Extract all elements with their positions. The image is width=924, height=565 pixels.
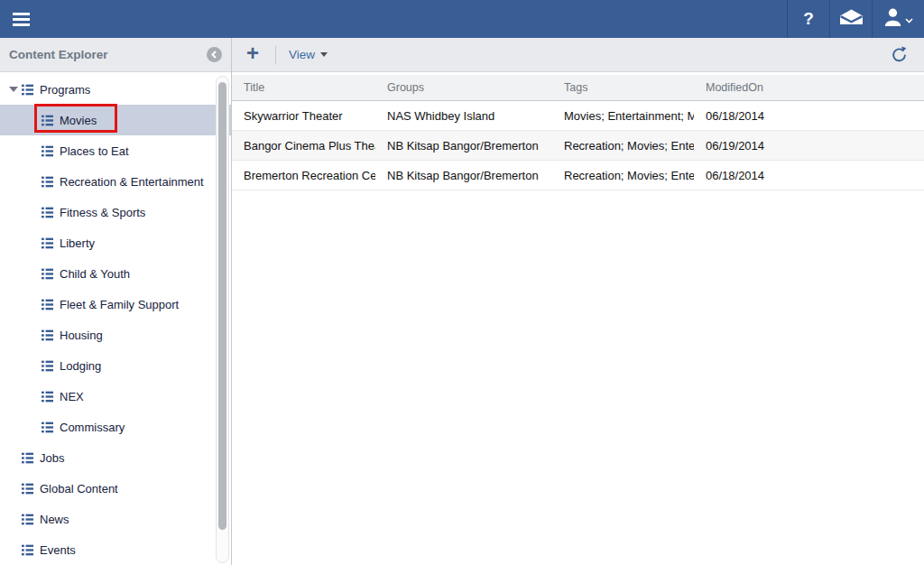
toolbar-separator [275, 46, 276, 64]
mail-button[interactable] [829, 0, 872, 38]
main-toolbar: + View [232, 38, 924, 72]
content-explorer-panel: Content Explorer Programs Movies [0, 38, 232, 565]
tree-item-nex[interactable]: NEX [0, 381, 231, 412]
help-button[interactable]: ? [787, 0, 829, 38]
list-icon [42, 360, 54, 372]
triangle-down-icon [9, 87, 18, 92]
cell-modifiedon: 06/19/2014 [694, 139, 924, 153]
tree-item-fleet-family-support[interactable]: Fleet & Family Support [0, 289, 231, 320]
tree-item-label: Commissary [60, 421, 125, 434]
chevron-left-icon [210, 51, 218, 59]
list-icon [42, 391, 54, 403]
table-row[interactable]: Bangor Cinema Plus Thea... NB Kitsap Ban… [232, 131, 924, 161]
tree-item-label: Events [40, 543, 76, 557]
question-icon: ? [803, 9, 814, 29]
tree-item-label: Programs [40, 83, 90, 97]
mail-open-icon [839, 9, 864, 29]
tree-item-child-youth[interactable]: Child & Youth [0, 258, 231, 289]
tree-item-commissary[interactable]: Commissary [0, 412, 231, 442]
user-icon [884, 8, 901, 30]
sidebar-header: Content Explorer [0, 38, 231, 72]
list-icon [42, 115, 54, 126]
tree-item-label: News [40, 513, 69, 526]
tree-item-label: NEX [60, 390, 84, 403]
tree-item-events[interactable]: Events [0, 534, 231, 565]
tree-item-label: Jobs [40, 451, 64, 465]
cell-title: Skywarrior Theater [232, 109, 375, 123]
column-header-modifiedon[interactable]: ModifiedOn [694, 81, 924, 94]
view-dropdown-button[interactable]: View [289, 48, 328, 61]
tree-item-fitness-sports[interactable]: Fitness & Sports [0, 197, 231, 227]
app-body: Content Explorer Programs Movies [0, 38, 924, 565]
tree-item-label: Recreation & Entertainment [60, 175, 204, 189]
caret-down-icon [320, 52, 328, 57]
tree-item-liberty[interactable]: Liberty [0, 227, 231, 258]
tree-item-programs[interactable]: Programs [0, 74, 231, 105]
tree-item-label: Places to Eat [60, 144, 129, 158]
tree-item-label: Fleet & Family Support [60, 298, 179, 311]
table-row[interactable]: Skywarrior Theater NAS Whidbey Island Mo… [232, 101, 924, 131]
table-row[interactable]: Bremerton Recreation Ce... NB Kitsap Ban… [232, 161, 924, 190]
tree-item-lodging[interactable]: Lodging [0, 350, 231, 381]
cell-tags: Recreation; Movies; Enter... [552, 169, 694, 182]
tree-item-label: Fitness & Sports [60, 206, 145, 219]
tree-item-housing[interactable]: Housing [0, 320, 231, 350]
list-icon [22, 514, 34, 525]
sidebar-scrollbar[interactable] [216, 76, 229, 563]
tree-item-label: Lodging [60, 359, 101, 373]
page: ? [0, 0, 924, 565]
add-button[interactable]: + [246, 42, 259, 67]
view-dropdown-label: View [289, 48, 315, 61]
tree-item-jobs[interactable]: Jobs [0, 442, 231, 473]
user-menu-button[interactable] [872, 0, 924, 38]
cell-tags: Recreation; Movies; Enter... [552, 139, 694, 153]
hamburger-icon [13, 13, 30, 26]
content-tree: Programs Movies Places to Eat Recreation… [0, 72, 231, 565]
tree-item-news[interactable]: News [0, 504, 231, 534]
scrollbar-thumb[interactable] [218, 82, 226, 530]
list-icon [42, 421, 54, 433]
tree-item-movies[interactable]: Movies [0, 105, 231, 135]
tree-item-label: Housing [60, 329, 103, 342]
list-icon [42, 176, 54, 188]
tree-item-global-content[interactable]: Global Content [0, 473, 231, 504]
menu-button[interactable] [0, 0, 42, 38]
collapse-panel-button[interactable] [207, 47, 222, 62]
cell-modifiedon: 06/18/2014 [694, 109, 924, 123]
cell-title: Bremerton Recreation Ce... [232, 169, 375, 182]
list-icon [22, 544, 34, 556]
refresh-icon [891, 46, 908, 64]
list-icon [42, 299, 54, 310]
list-icon [42, 329, 54, 341]
tree-item-label: Child & Youth [60, 267, 130, 281]
column-header-groups[interactable]: Groups [375, 81, 552, 94]
tree-item-places-to-eat[interactable]: Places to Eat [0, 135, 231, 166]
cell-tags: Movies; Entertainment; M... [552, 109, 694, 123]
column-header-title[interactable]: Title [232, 81, 375, 94]
cell-groups: NB Kitsap Bangor/Bremerton [375, 169, 552, 182]
caret-down-icon [905, 11, 913, 27]
tree-item-recreation-entertainment[interactable]: Recreation & Entertainment [0, 166, 231, 197]
cell-title: Bangor Cinema Plus Thea... [232, 139, 375, 153]
tree-item-label: Movies [60, 114, 97, 127]
list-icon [42, 145, 54, 157]
cell-groups: NB Kitsap Bangor/Bremerton [375, 139, 552, 153]
topbar-spacer [42, 0, 787, 38]
column-header-tags[interactable]: Tags [552, 81, 694, 94]
list-icon [22, 84, 34, 96]
topbar: ? [0, 0, 924, 38]
content-grid: Title Groups Tags ModifiedOn Skywarrior … [232, 72, 924, 565]
cell-modifiedon: 06/18/2014 [694, 169, 924, 182]
tree-item-label: Liberty [60, 236, 95, 250]
cell-groups: NAS Whidbey Island [375, 109, 552, 123]
grid-header: Title Groups Tags ModifiedOn [232, 75, 924, 101]
refresh-button[interactable] [891, 46, 908, 64]
panel-title: Content Explorer [9, 48, 108, 61]
list-icon [22, 452, 34, 464]
main-panel: + View Title Groups Tags [232, 38, 924, 565]
list-icon [42, 237, 54, 249]
tree-item-label: Global Content [40, 482, 118, 496]
expand-toggle[interactable] [5, 87, 22, 92]
list-icon [22, 483, 34, 495]
list-icon [42, 268, 54, 280]
